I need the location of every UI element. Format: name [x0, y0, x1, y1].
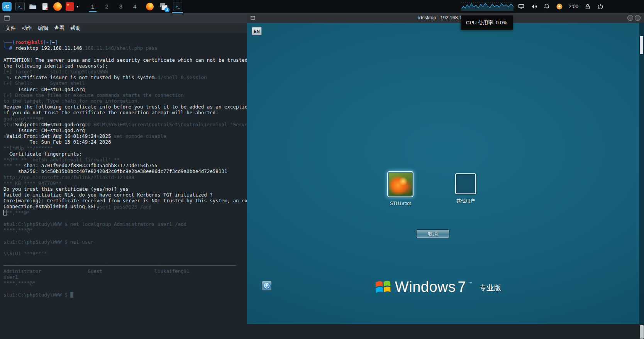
workspace-2[interactable]: 2: [104, 3, 109, 10]
brand-edition: 专业版: [479, 283, 501, 293]
user-avatar-frame: [387, 171, 414, 197]
cpu-usage-tooltip: CPU 使用率: 0.0%: [461, 15, 513, 30]
taskbar-window-stack-icon[interactable]: 2: [159, 2, 168, 11]
menu-actions[interactable]: 动作: [22, 25, 32, 32]
window-title: rdesktop - 192.168.11.146: [247, 13, 644, 23]
volume-icon[interactable]: [530, 3, 537, 10]
menu-view[interactable]: 查看: [54, 25, 64, 32]
terminal-launcher-icon[interactable]: >_: [15, 2, 25, 11]
user-avatar: [389, 173, 412, 196]
taskbar: 2 >_: [146, 2, 182, 11]
ghost-line: stu1:C:\phpStudy\WWW $ █: [3, 292, 73, 298]
lock-icon[interactable]: [584, 3, 591, 10]
workspace-switcher: 1 2 3 4: [90, 3, 137, 10]
ghost-line: user1: [3, 274, 18, 280]
brand-name: Windows: [395, 278, 456, 295]
terminal-cursor: [3, 210, 7, 215]
launcher-icons: >_ ★ ▾: [15, 2, 78, 11]
ghost-line: \\STU1 ***0**'*: [3, 251, 47, 256]
windows-flag-icon: [374, 278, 391, 295]
terminal-scrollbar-thumb[interactable]: [640, 325, 644, 339]
ghost-line: ────────────────────────────────────────…: [3, 263, 236, 268]
user-tile-stu1-root[interactable]: STU1\root: [383, 171, 418, 206]
files-launcher-icon[interactable]: [29, 2, 37, 11]
system-tray: 2:00: [518, 0, 604, 13]
notification-bell-icon[interactable]: [543, 3, 550, 10]
language-indicator[interactable]: EN: [252, 27, 262, 35]
ghost-line: ****,****@*: [3, 280, 36, 286]
firefox-launcher-icon[interactable]: [53, 2, 62, 11]
cpu-usage-text: CPU 使用率: 0.0%: [466, 19, 507, 26]
windows7-logo: Windows7™ 专业版: [247, 275, 629, 295]
user-tile-label: STU1\root: [390, 201, 411, 206]
menu-edit[interactable]: 编辑: [38, 25, 48, 32]
updates-icon[interactable]: [556, 3, 563, 10]
taskbar-firefox-icon[interactable]: [146, 3, 154, 10]
chevron-down-icon[interactable]: ▾: [76, 4, 78, 8]
cancel-button[interactable]: 取消: [416, 229, 449, 238]
menu-file[interactable]: 文件: [5, 25, 16, 32]
ghost-line: stu1:C:\phpStudy\WWW $ net localgroup Ad…: [3, 221, 186, 227]
rdesktop-scrollbar[interactable]: [639, 23, 644, 324]
cpu-graph[interactable]: [461, 2, 514, 11]
terminal-window-icon: [4, 15, 10, 21]
user-tile-other-user[interactable]: 其他用户: [448, 173, 483, 204]
taskbar-terminal-icon[interactable]: >_: [173, 2, 182, 11]
rdesktop-scrollbar-thumb[interactable]: [640, 36, 643, 54]
brand-trademark: ™: [468, 281, 472, 285]
top-panel: >_ ★ ▾ 1 2 3 4 2: [0, 0, 644, 13]
kali-dragon-glyph: [3, 3, 10, 10]
workspace-1[interactable]: 1: [90, 3, 95, 10]
rdesktop-window: rdesktop - 192.168.11.146 EN STU1\root 其…: [247, 13, 644, 324]
other-user-frame: [455, 173, 476, 194]
menu-help[interactable]: 帮助: [70, 25, 81, 32]
close-button[interactable]: [635, 15, 641, 21]
window-count-badge: 2: [164, 7, 169, 12]
input-language-flag-icon[interactable]: ★: [66, 2, 74, 11]
workspace-3[interactable]: 3: [118, 3, 124, 10]
maximize-button[interactable]: [627, 15, 633, 21]
power-icon[interactable]: [597, 3, 604, 10]
rdesktop-titlebar[interactable]: rdesktop - 192.168.11.146: [247, 13, 644, 23]
clock[interactable]: 2:00: [569, 3, 578, 9]
other-user-label: 其他用户: [456, 198, 475, 204]
text-editor-launcher-icon[interactable]: [41, 2, 49, 11]
kali-logo-icon[interactable]: [2, 2, 12, 11]
workspace-4[interactable]: 4: [132, 3, 137, 10]
ghost-line: stu1:C:\phpStudy\WWW $ net user: [3, 239, 93, 245]
brand-version: 7: [458, 278, 466, 295]
windows7-login-screen: EN STU1\root 其他用户 取消: [247, 23, 644, 324]
ghost-line: Administrator Guest liukaifeng01: [3, 268, 190, 274]
display-icon[interactable]: [518, 3, 525, 10]
ghost-line: ****,***@*: [3, 227, 32, 233]
